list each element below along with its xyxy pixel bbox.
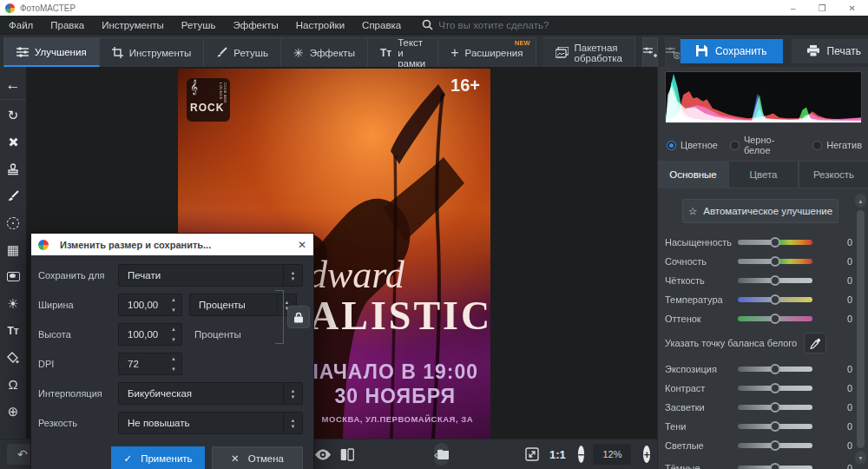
tab-sharpness[interactable]: Резкость	[799, 161, 868, 188]
clone-stamp-tool[interactable]	[0, 155, 26, 182]
preset-export-button[interactable]	[665, 37, 681, 67]
restore-button[interactable]: ❐	[819, 3, 826, 13]
fill-tool[interactable]	[0, 344, 26, 371]
slider-knob[interactable]	[770, 237, 780, 248]
interpolation-select[interactable]: Бикубическая ▲▼	[118, 382, 303, 405]
contrast-slider[interactable]	[738, 386, 812, 391]
open-folder-button[interactable]	[437, 443, 449, 466]
auto-enhance-button[interactable]: ☆ Автоматическое улучшение	[682, 199, 838, 223]
minimize-button[interactable]: –	[791, 3, 796, 13]
scroll-down-button[interactable]: ▼	[855, 451, 866, 465]
zoom-in-button[interactable]: +	[643, 446, 650, 463]
menu-effects[interactable]: Эффекты	[233, 20, 278, 30]
close-button[interactable]: ✕	[849, 3, 856, 13]
folder-icon	[437, 449, 449, 459]
scrollbar-thumb[interactable]	[857, 210, 865, 448]
slider-knob[interactable]	[770, 440, 780, 451]
window-titlebar: ФотоМАСТЕР – ❐ ✕	[0, 0, 868, 16]
face-sculpt-tool[interactable]: ⊕	[0, 398, 26, 425]
saturation-slider[interactable]	[738, 240, 812, 245]
zoom-1to1-button[interactable]: 1:1	[549, 448, 566, 461]
back-button[interactable]: ←	[0, 70, 26, 100]
slider-knob[interactable]	[770, 421, 780, 432]
exposure-slider[interactable]	[738, 367, 812, 372]
slider-knob[interactable]	[770, 402, 780, 413]
apply-button[interactable]: ✓ Применить	[111, 446, 205, 469]
tab-label: Расширения	[465, 48, 523, 58]
radio-bw[interactable]: Черно-белое	[730, 135, 800, 155]
graduated-filter-tool[interactable]: ▦	[0, 236, 26, 263]
slider-knob[interactable]	[770, 463, 780, 469]
before-after-button[interactable]	[340, 444, 354, 465]
search-input[interactable]	[438, 20, 647, 30]
curves-tool[interactable]: Ω	[0, 371, 26, 398]
slider-knob[interactable]	[770, 256, 780, 267]
aspect-lock-button[interactable]	[287, 306, 310, 328]
clarity-slider[interactable]	[738, 278, 812, 283]
dpi-spinner[interactable]: ▲▼	[166, 353, 181, 374]
tab-retouch[interactable]: Ретушь	[204, 37, 281, 67]
save-for-select[interactable]: Печати ▲▼	[118, 264, 303, 287]
sharpness-value: Не повышать	[128, 418, 190, 428]
search-icon	[422, 19, 433, 30]
brush-tool[interactable]	[0, 182, 26, 209]
blacks-slider[interactable]	[738, 466, 812, 469]
slider-knob[interactable]	[770, 364, 780, 374]
dialog-titlebar: Изменить размер и сохранить... ✕	[31, 234, 313, 255]
menu-settings[interactable]: Настройки	[296, 20, 345, 30]
tab-basic[interactable]: Основные	[658, 161, 728, 188]
preview-original-button[interactable]	[314, 444, 332, 465]
dpi-input[interactable]: 72 ▲▼	[118, 353, 182, 375]
sharpness-select[interactable]: Не повышать ▲▼	[118, 412, 303, 434]
slider-knob[interactable]	[770, 383, 780, 393]
batch-processing-button[interactable]: Пакетная обработка	[543, 37, 635, 67]
menu-tools[interactable]: Инструменты	[102, 20, 164, 30]
temperature-slider[interactable]	[738, 297, 812, 302]
tab-extensions[interactable]: NEW + Расширения	[438, 37, 536, 67]
radial-filter-tool[interactable]	[0, 209, 26, 236]
vignette-tool[interactable]	[0, 263, 26, 290]
tab-tools[interactable]: Инструменты	[100, 37, 205, 67]
cancel-button[interactable]: ✕ Отмена	[212, 446, 303, 469]
slider-value: 0	[847, 440, 852, 451]
crop-rotate-tool[interactable]: ↻	[0, 102, 26, 129]
fit-screen-icon	[525, 447, 539, 461]
healing-patch-icon[interactable]: ✚	[3, 133, 23, 152]
menu-help[interactable]: Справка	[362, 20, 401, 30]
print-button[interactable]: Печать	[792, 39, 868, 63]
zoom-level[interactable]: 12%	[593, 444, 631, 465]
lighting-tool[interactable]: ☀	[0, 290, 26, 317]
auto-enhance-label: Автоматическое улучшение	[703, 206, 832, 216]
eyedropper-button[interactable]	[804, 333, 826, 353]
menu-edit[interactable]: Правка	[50, 20, 84, 30]
width-input[interactable]: 100,00 ▲▼	[118, 294, 182, 316]
text-tool[interactable]: Tт	[0, 317, 26, 344]
preset-add-button[interactable]	[642, 37, 658, 67]
scroll-up-button[interactable]: ▲	[855, 194, 866, 208]
dialog-close-button[interactable]: ✕	[298, 239, 306, 251]
radio-negative[interactable]: Негатив	[812, 140, 862, 150]
slider-knob[interactable]	[770, 275, 780, 286]
height-spinner[interactable]: ▲▼	[166, 324, 181, 345]
highlights-slider[interactable]	[738, 405, 812, 410]
height-input[interactable]: 100,00 ▲▼	[118, 323, 182, 346]
save-button[interactable]: Сохранить	[681, 39, 783, 63]
tab-improvements[interactable]: Улучшения	[3, 37, 100, 67]
radio-color[interactable]: Цветное	[667, 140, 718, 150]
menu-file[interactable]: Файл	[9, 20, 33, 30]
tab-label: Эффекты	[310, 48, 355, 58]
tint-slider[interactable]	[738, 316, 812, 321]
menu-retouch[interactable]: Ретушь	[181, 20, 216, 30]
tab-colors[interactable]: Цвета	[728, 161, 799, 188]
vibrance-slider[interactable]	[738, 259, 812, 264]
tab-effects[interactable]: ✳ Эффекты	[281, 37, 368, 67]
fit-screen-button[interactable]	[525, 445, 539, 464]
aspect-link-bracket	[275, 290, 284, 344]
width-spinner[interactable]: ▲▼	[166, 294, 181, 315]
slider-knob[interactable]	[770, 314, 780, 324]
whites-slider[interactable]	[738, 443, 812, 448]
shadows-slider[interactable]	[738, 424, 812, 429]
slider-knob[interactable]	[770, 294, 780, 305]
tab-text-frames[interactable]: Tт Текст и рамки	[368, 37, 438, 67]
zoom-out-button[interactable]: −	[578, 446, 585, 463]
